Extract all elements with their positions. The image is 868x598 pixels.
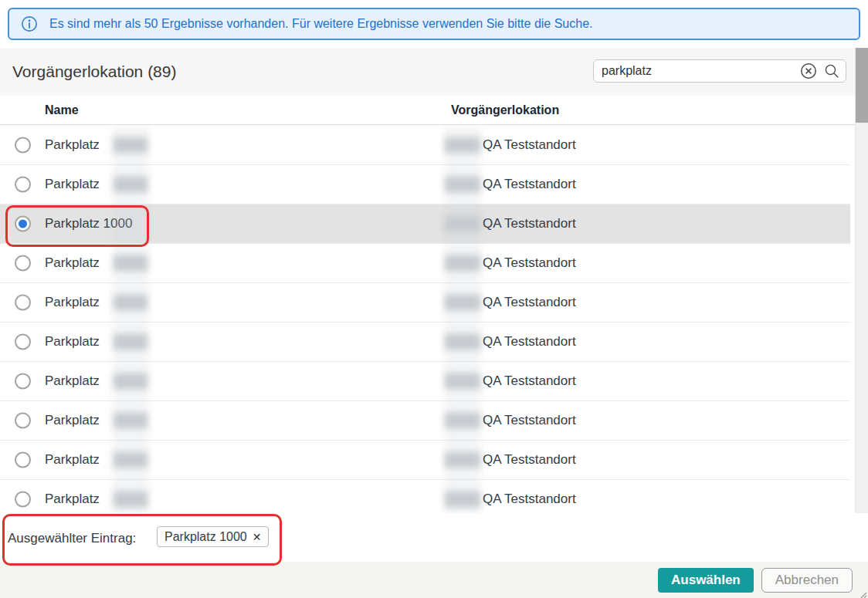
radio-button[interactable]	[15, 452, 31, 468]
redacted-name-suffix	[114, 137, 147, 154]
row-name: Parkplatz	[45, 452, 100, 468]
redacted-location-prefix	[445, 295, 480, 311]
table-row[interactable]: Parkplatz QA Teststandort	[0, 441, 850, 480]
redacted-location-prefix	[445, 334, 480, 350]
select-location-dialog: { "banner": { "icon": "info-icon", "text…	[0, 0, 868, 598]
radio-button-checked[interactable]	[15, 216, 31, 232]
results-list: Parkplatz QA Teststandort Parkplatz QA T…	[0, 126, 850, 513]
redacted-name-suffix	[114, 452, 147, 468]
redacted-name-suffix	[114, 373, 147, 390]
info-icon	[21, 15, 38, 32]
selected-entry-label: Ausgewählter Eintrag:	[8, 531, 136, 546]
dialog-footer: Auswählen Abbrechen	[0, 562, 868, 598]
radio-button[interactable]	[15, 295, 31, 311]
redacted-location-prefix	[445, 177, 480, 193]
row-name: Parkplatz	[45, 295, 100, 310]
redacted-name-suffix	[114, 255, 147, 272]
radio-button[interactable]	[15, 373, 31, 390]
selected-entry-area: Ausgewählter Eintrag: Parkplatz 1000 ✕	[0, 513, 868, 562]
redacted-name-suffix	[114, 492, 147, 508]
selected-entry-chip: Parkplatz 1000 ✕	[157, 526, 269, 547]
row-location: QA Teststandort	[483, 137, 576, 153]
confirm-button[interactable]: Auswählen	[658, 568, 754, 593]
table-row[interactable]: Parkplatz QA Teststandort	[0, 323, 850, 362]
radio-button[interactable]	[15, 413, 31, 429]
radio-button[interactable]	[15, 177, 31, 193]
redacted-location-prefix	[445, 492, 480, 508]
redacted-location-prefix	[445, 373, 480, 390]
column-header-location: Vorgängerlokation	[451, 103, 559, 117]
table-row[interactable]: Parkplatz QA Teststandort	[0, 244, 850, 283]
redacted-location-prefix	[445, 413, 480, 429]
table-row[interactable]: Parkplatz QA Teststandort	[0, 401, 850, 441]
search-icon[interactable]	[823, 63, 840, 79]
row-name: Parkplatz	[45, 413, 100, 428]
row-location: QA Teststandort	[483, 334, 576, 350]
radio-button[interactable]	[15, 492, 31, 508]
row-name: Parkplatz	[45, 137, 100, 153]
radio-button[interactable]	[15, 255, 31, 272]
scrollbar[interactable]	[855, 48, 868, 513]
row-name: Parkplatz	[45, 255, 100, 271]
redacted-name-suffix	[114, 295, 147, 311]
row-name: Parkplatz	[45, 177, 100, 192]
info-banner-text: Es sind mehr als 50 Ergebnisse vorhanden…	[49, 17, 593, 31]
table-row[interactable]: Parkplatz QA Teststandort	[0, 362, 850, 401]
table-row[interactable]: Parkplatz QA Teststandort	[0, 165, 850, 204]
table-row[interactable]: Parkplatz QA Teststandort	[0, 126, 850, 165]
row-location: QA Teststandort	[483, 295, 576, 310]
redacted-location-prefix	[445, 452, 480, 468]
table-row-selected[interactable]: Parkplatz 1000 QA Teststandort	[0, 204, 850, 244]
clear-search-icon[interactable]	[799, 62, 818, 80]
row-name: Parkplatz	[45, 492, 100, 507]
search-box[interactable]	[593, 59, 846, 83]
resize-handle-icon[interactable]	[858, 588, 867, 597]
redacted-location-prefix	[445, 137, 480, 154]
radio-button[interactable]	[15, 334, 31, 350]
row-name: Parkplatz	[45, 334, 100, 350]
table-row[interactable]: Parkplatz QA Teststandort	[0, 283, 850, 323]
row-location: QA Teststandort	[483, 255, 576, 271]
scrollbar-thumb[interactable]	[856, 48, 868, 123]
row-location: QA Teststandort	[483, 373, 576, 389]
redacted-name-suffix	[114, 177, 147, 193]
row-name: Parkplatz 1000	[45, 216, 132, 231]
redacted-name-suffix	[114, 334, 147, 350]
row-location: QA Teststandort	[483, 452, 576, 468]
cancel-button[interactable]: Abbrechen	[761, 568, 853, 593]
row-name: Parkplatz	[45, 373, 100, 389]
selected-entry-chip-text: Parkplatz 1000	[164, 530, 247, 544]
remove-selection-icon[interactable]: ✕	[253, 532, 262, 542]
redacted-location-prefix	[445, 216, 480, 232]
redacted-location-prefix	[445, 255, 480, 272]
row-location: QA Teststandort	[483, 492, 576, 507]
column-header-name: Name	[45, 103, 79, 117]
dialog-title: Vorgängerlokation (89)	[12, 63, 176, 81]
search-input[interactable]	[594, 64, 799, 78]
table-header: Name Vorgängerlokation	[0, 96, 855, 125]
redacted-name-suffix	[114, 413, 147, 429]
row-location: QA Teststandort	[483, 177, 576, 192]
table-row[interactable]: Parkplatz QA Teststandort	[0, 480, 850, 513]
row-location: QA Teststandort	[483, 216, 576, 231]
radio-button[interactable]	[15, 137, 31, 154]
info-banner: Es sind mehr als 50 Ergebnisse vorhanden…	[8, 8, 860, 40]
row-location: QA Teststandort	[483, 413, 576, 428]
